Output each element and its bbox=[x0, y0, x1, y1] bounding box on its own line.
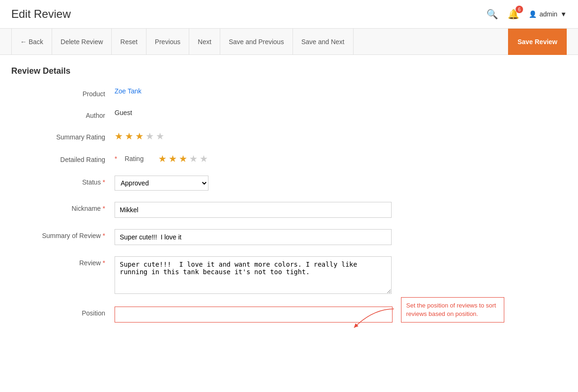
product-row: Product Zoe Tank bbox=[11, 87, 567, 98]
status-select[interactable]: Approved Pending Not Approved bbox=[115, 176, 208, 191]
section-title: Review Details bbox=[11, 66, 567, 76]
review-row: Review Super cute!!! I love it and want … bbox=[11, 256, 567, 295]
save-review-button[interactable]: Save Review bbox=[508, 29, 567, 55]
star-5: ★ bbox=[156, 131, 164, 142]
star-2: ★ bbox=[125, 131, 133, 142]
back-button[interactable]: ← Back bbox=[11, 29, 52, 55]
save-and-next-button[interactable]: Save and Next bbox=[293, 29, 354, 55]
admin-label: admin bbox=[539, 10, 557, 18]
summary-rating-value: ★ ★ ★ ★ ★ bbox=[115, 131, 406, 142]
detailed-rating-row: Detailed Rating * Rating ★ ★ ★ ★ ★ bbox=[11, 153, 567, 164]
summary-review-input[interactable] bbox=[115, 229, 392, 245]
detailed-rating-label: Detailed Rating bbox=[11, 153, 115, 163]
rating-sublabel: Rating bbox=[124, 155, 153, 162]
previous-button[interactable]: Previous bbox=[146, 29, 189, 55]
previous-label: Previous bbox=[155, 38, 180, 46]
delete-review-label: Delete Review bbox=[61, 38, 103, 46]
save-and-previous-label: Save and Previous bbox=[229, 38, 284, 46]
nickname-row: Nickname bbox=[11, 202, 567, 218]
admin-menu-button[interactable]: 👤 admin ▼ bbox=[529, 10, 567, 18]
chevron-down-icon: ▼ bbox=[560, 10, 567, 18]
d-star-5: ★ bbox=[200, 153, 208, 164]
summary-rating-row: Summary Rating ★ ★ ★ ★ ★ bbox=[11, 131, 567, 142]
status-row: Status Approved Pending Not Approved bbox=[11, 176, 567, 191]
nickname-input[interactable] bbox=[115, 202, 392, 218]
search-button[interactable]: 🔍 bbox=[486, 8, 498, 20]
detailed-rating-value: * Rating ★ ★ ★ ★ ★ bbox=[115, 153, 406, 164]
review-label: Review bbox=[11, 256, 115, 267]
top-header: Edit Review 🔍 🔔 6 👤 admin ▼ bbox=[0, 0, 578, 29]
tooltip-box: Set the position of reviews to sort revi… bbox=[401, 297, 504, 323]
summary-stars: ★ ★ ★ ★ ★ bbox=[115, 131, 406, 142]
star-3: ★ bbox=[135, 131, 144, 142]
summary-review-value bbox=[115, 229, 406, 245]
notification-count: 6 bbox=[516, 6, 523, 13]
author-label: Author bbox=[11, 109, 115, 119]
d-star-2: ★ bbox=[169, 153, 177, 164]
save-review-label: Save Review bbox=[517, 38, 557, 46]
page-title: Edit Review bbox=[11, 8, 71, 21]
author-value: Guest bbox=[115, 109, 406, 116]
nickname-value bbox=[115, 202, 406, 218]
review-textarea[interactable]: Super cute!!! I love it and want more co… bbox=[115, 256, 392, 294]
header-icons: 🔍 🔔 6 👤 admin ▼ bbox=[486, 8, 567, 20]
product-label: Product bbox=[11, 87, 115, 98]
summary-review-label: Summary of Review bbox=[11, 229, 115, 239]
nickname-label: Nickname bbox=[11, 202, 115, 212]
star-4: ★ bbox=[146, 131, 154, 142]
author-row: Author Guest bbox=[11, 109, 567, 119]
product-value: Zoe Tank bbox=[115, 87, 406, 95]
summary-rating-label: Summary Rating bbox=[11, 131, 115, 141]
required-indicator: * bbox=[115, 155, 117, 162]
reset-label: Reset bbox=[120, 38, 138, 46]
position-label: Position bbox=[11, 307, 115, 317]
save-and-next-label: Save and Next bbox=[301, 38, 345, 46]
tooltip-text: Set the position of reviews to sort revi… bbox=[406, 302, 496, 317]
user-icon: 👤 bbox=[529, 10, 537, 18]
detailed-rating-inner: * Rating ★ ★ ★ ★ ★ bbox=[115, 153, 406, 164]
status-label: Status bbox=[11, 176, 115, 186]
next-button[interactable]: Next bbox=[189, 29, 220, 55]
detailed-stars: ★ ★ ★ ★ ★ bbox=[158, 153, 208, 164]
next-label: Next bbox=[198, 38, 211, 46]
toolbar: ← Back Delete Review Reset Previous Next… bbox=[0, 29, 578, 55]
back-label: ← Back bbox=[20, 38, 43, 46]
summary-review-row: Summary of Review bbox=[11, 229, 567, 245]
star-1: ★ bbox=[115, 131, 123, 142]
search-icon: 🔍 bbox=[486, 9, 498, 19]
d-star-1: ★ bbox=[158, 153, 167, 164]
product-link[interactable]: Zoe Tank bbox=[115, 87, 141, 95]
delete-review-button[interactable]: Delete Review bbox=[52, 29, 112, 55]
tooltip-container: Set the position of reviews to sort revi… bbox=[401, 297, 504, 323]
position-row: Position Set the position of reviews to … bbox=[11, 307, 567, 323]
review-value: Super cute!!! I love it and want more co… bbox=[115, 256, 406, 295]
d-star-3: ★ bbox=[179, 153, 187, 164]
reset-button[interactable]: Reset bbox=[112, 29, 146, 55]
notification-bell[interactable]: 🔔 6 bbox=[508, 8, 519, 20]
main-content: Review Details Product Zoe Tank Author G… bbox=[0, 55, 578, 345]
d-star-4: ★ bbox=[189, 153, 198, 164]
save-and-previous-button[interactable]: Save and Previous bbox=[220, 29, 293, 55]
status-value: Approved Pending Not Approved bbox=[115, 176, 406, 191]
tooltip-arrow-icon bbox=[349, 307, 396, 335]
